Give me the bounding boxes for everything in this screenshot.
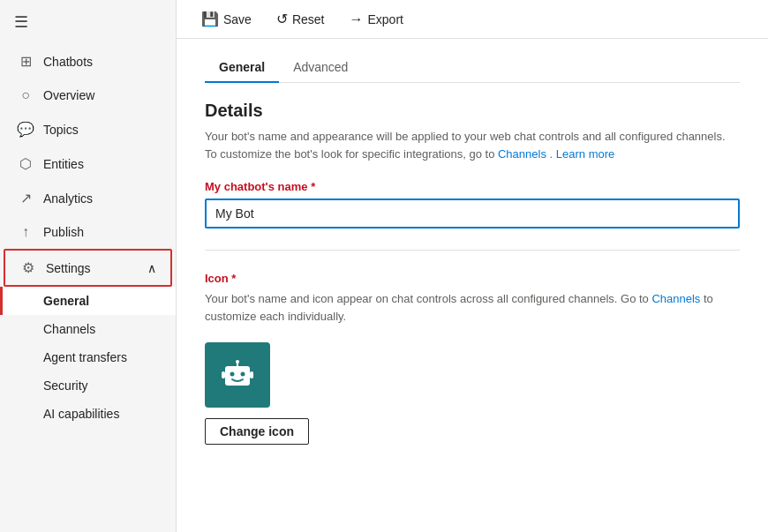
sidebar-item-entities[interactable]: ⬡ Entities [0, 146, 176, 181]
channels-link-2[interactable]: Channels [651, 292, 700, 305]
sub-label-agent-transfers: Agent transfers [43, 350, 127, 364]
bot-svg-icon [218, 356, 257, 394]
icon-label-text: Icon [205, 272, 229, 285]
sidebar-item-label: Analytics [43, 191, 93, 206]
sidebar-sub-channels[interactable]: Channels [0, 315, 176, 343]
tab-general[interactable]: General [205, 53, 279, 83]
icon-required-star: * [231, 272, 236, 285]
change-icon-label: Change icon [220, 424, 294, 438]
svg-rect-6 [250, 371, 253, 378]
save-label: Save [223, 12, 252, 26]
tab-advanced[interactable]: Advanced [279, 53, 362, 83]
sub-label-security: Security [43, 378, 88, 393]
sidebar-item-publish[interactable]: ↑ Publish [0, 215, 176, 249]
sidebar-item-label: Overview [43, 88, 94, 102]
tab-advanced-label: Advanced [293, 60, 348, 74]
topics-icon: 💬 [17, 121, 34, 138]
svg-rect-5 [222, 371, 225, 378]
reset-button[interactable]: ↺ Reset [273, 9, 328, 29]
settings-icon: ⚙ [19, 259, 37, 276]
sidebar-sub-security[interactable]: Security [0, 371, 176, 400]
svg-point-1 [230, 372, 235, 377]
name-label-text: My chatbot's name [205, 180, 308, 193]
export-button[interactable]: → Export [346, 10, 407, 29]
hamburger-icon: ☰ [14, 13, 28, 31]
desc-text-1: Your bot's name and appearance will be a… [205, 130, 726, 161]
sidebar-item-label: Publish [43, 225, 84, 239]
export-label: Export [368, 12, 403, 26]
svg-point-4 [236, 360, 239, 363]
change-icon-button[interactable]: Change icon [205, 418, 309, 445]
sub-label-channels: Channels [43, 322, 95, 336]
sub-label-general: General [43, 294, 89, 308]
icon-description: Your bot's name and icon appear on chat … [205, 290, 740, 325]
settings-left: ⚙ Settings [19, 259, 91, 276]
sidebar-item-settings[interactable]: ⚙ Settings ∧ [4, 249, 172, 287]
name-field-label: My chatbot's name * [205, 180, 740, 193]
main-area: 💾 Save ↺ Reset → Export General Advanced… [177, 0, 768, 532]
reset-icon: ↺ [276, 11, 288, 27]
entities-icon: ⬡ [17, 155, 34, 172]
analytics-icon: ↗ [17, 190, 34, 206]
section-description: Your bot's name and appearance will be a… [205, 128, 740, 162]
sub-label-ai-capabilities: AI capabilities [43, 407, 119, 421]
icon-field-label: Icon * [205, 272, 740, 285]
sidebar-item-chatbots[interactable]: ⊞ Chatbots [0, 44, 176, 79]
save-button[interactable]: 💾 Save [198, 9, 255, 29]
sidebar: ☰ ⊞ Chatbots ○ Overview 💬 Topics ⬡ Entit… [0, 0, 177, 532]
content-area: General Advanced Details Your bot's name… [177, 39, 768, 532]
toolbar: 💾 Save ↺ Reset → Export [177, 0, 768, 39]
sidebar-item-overview[interactable]: ○ Overview [0, 79, 176, 112]
svg-rect-0 [225, 366, 250, 386]
publish-icon: ↑ [17, 224, 34, 240]
name-required-star: * [311, 180, 315, 193]
export-icon: → [350, 11, 364, 27]
channels-link-1[interactable]: Channels [498, 147, 546, 161]
learn-more-link[interactable]: Learn more [556, 147, 614, 161]
chatbot-name-input[interactable] [205, 199, 740, 229]
settings-label: Settings [46, 261, 91, 275]
bot-icon-preview [205, 342, 270, 408]
sidebar-item-label: Entities [43, 157, 84, 171]
sidebar-sub-ai-capabilities[interactable]: AI capabilities [0, 400, 176, 428]
chatbots-icon: ⊞ [17, 53, 34, 70]
section-title: Details [205, 101, 740, 121]
sidebar-item-topics[interactable]: 💬 Topics [0, 112, 176, 146]
tabs-bar: General Advanced [205, 53, 740, 83]
hamburger-button[interactable]: ☰ [0, 0, 176, 44]
chevron-icon: ∧ [147, 261, 156, 275]
tab-general-label: General [219, 60, 265, 74]
reset-label: Reset [292, 12, 325, 26]
sidebar-item-label: Topics [43, 123, 79, 137]
icon-desc-1: Your bot's name and icon appear on chat … [205, 292, 651, 305]
sidebar-item-label: Chatbots [43, 55, 93, 69]
divider [205, 250, 740, 251]
save-icon: 💾 [201, 11, 219, 27]
overview-icon: ○ [17, 87, 34, 103]
sidebar-sub-general[interactable]: General [0, 287, 176, 315]
svg-point-2 [241, 372, 245, 377]
sidebar-sub-agent-transfers[interactable]: Agent transfers [0, 343, 176, 371]
desc-text-2: . [550, 147, 556, 161]
sidebar-item-analytics[interactable]: ↗ Analytics [0, 181, 176, 215]
